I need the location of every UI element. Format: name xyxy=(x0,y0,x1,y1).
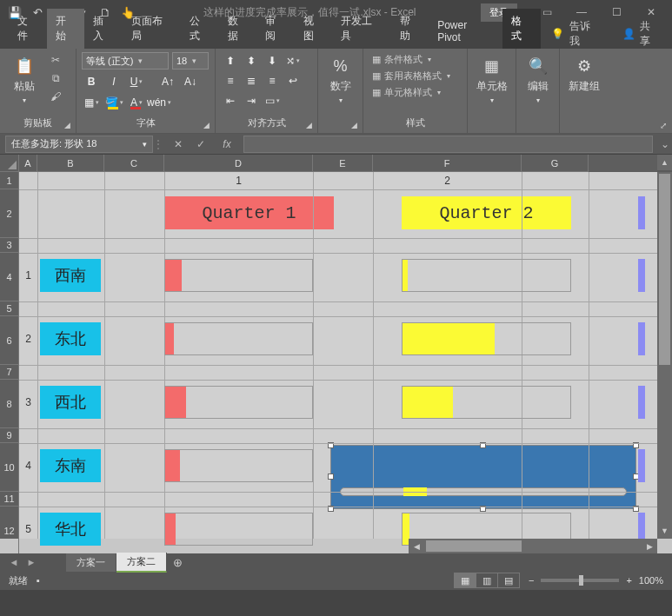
orientation-icon[interactable]: ⤭▾ xyxy=(283,52,303,70)
zoom-value[interactable]: 100% xyxy=(639,575,663,586)
font-color-button[interactable]: A▾ xyxy=(127,94,146,111)
col-header-G[interactable]: G xyxy=(522,155,589,172)
cell-styles-button[interactable]: ▦单元格样式▾ xyxy=(369,85,454,100)
page-layout-view-icon[interactable]: ▥ xyxy=(476,573,498,588)
zoom-out-icon[interactable]: − xyxy=(529,575,534,586)
wrap-text-icon[interactable]: ↩ xyxy=(283,72,303,89)
col-header-D[interactable]: D xyxy=(164,155,313,172)
name-box[interactable]: 任意多边形: 形状 18▾ xyxy=(5,136,153,153)
align-dialog-icon[interactable]: ◢ xyxy=(306,121,312,129)
underline-button[interactable]: U▾ xyxy=(127,73,146,90)
align-left-icon[interactable]: ≡ xyxy=(221,72,240,89)
copy-icon[interactable]: ⧉ xyxy=(47,70,64,86)
tab-powerpivot[interactable]: Power Pivot xyxy=(429,14,501,49)
font-size-combo[interactable]: 18▾ xyxy=(172,52,209,70)
scroll-down-icon[interactable]: ▼ xyxy=(657,523,672,539)
cancel-formula-icon[interactable]: ✕ xyxy=(167,136,190,153)
tab-data[interactable]: 数据 xyxy=(219,9,257,49)
tell-me[interactable]: 💡告诉我 xyxy=(541,19,610,49)
format-painter-icon[interactable]: 🖌 xyxy=(47,89,64,104)
row-header-2[interactable]: 2 xyxy=(0,189,19,238)
row-header-11[interactable]: 11 xyxy=(0,492,19,507)
sheet-nav-last-icon[interactable]: ► xyxy=(23,557,40,567)
zoom-slider[interactable] xyxy=(541,579,619,582)
scroll-left-icon[interactable]: ◀ xyxy=(409,539,424,553)
tab-developer[interactable]: 开发工具 xyxy=(332,9,390,49)
expand-formula-bar-icon[interactable]: ⌄ xyxy=(658,138,672,150)
conditional-formatting-button[interactable]: ▦条件格式▾ xyxy=(369,52,454,67)
tab-help[interactable]: 帮助 xyxy=(391,9,429,49)
page-break-view-icon[interactable]: ▤ xyxy=(497,573,520,588)
align-center-icon[interactable]: ≣ xyxy=(242,72,261,89)
share-button[interactable]: 👤共享 xyxy=(610,19,672,49)
tab-insert[interactable]: 插入 xyxy=(84,9,123,49)
increase-font-icon[interactable]: A↑ xyxy=(158,73,177,90)
scroll-up-icon[interactable]: ▲ xyxy=(657,155,672,170)
select-all-corner[interactable] xyxy=(0,155,19,172)
cut-icon[interactable]: ✂ xyxy=(47,52,64,68)
align-middle-icon[interactable]: ⬍ xyxy=(242,52,261,70)
sheet-nav-first-icon[interactable]: ◄ xyxy=(5,557,23,567)
clipboard-dialog-icon[interactable]: ◢ xyxy=(64,121,70,129)
horizontal-scrollbar[interactable]: ◀ ▶ xyxy=(409,539,657,553)
row-header-9[interactable]: 9 xyxy=(0,428,19,443)
phonetic-button[interactable]: wén▾ xyxy=(150,94,169,111)
font-dialog-icon[interactable]: ◢ xyxy=(203,121,210,129)
font-name-combo[interactable]: 等线 (正文)▾ xyxy=(82,52,169,70)
fx-icon[interactable]: fx xyxy=(216,136,238,153)
v-scroll-thumb[interactable] xyxy=(659,174,670,365)
row-header-12[interactable]: 12 xyxy=(0,507,19,553)
align-right-icon[interactable]: ≡ xyxy=(263,72,282,89)
border-button[interactable]: ▦▾ xyxy=(82,94,101,111)
handle-ml[interactable] xyxy=(328,474,334,480)
row-header-4[interactable]: 4 xyxy=(0,253,19,301)
tab-page-layout[interactable]: 页面布局 xyxy=(123,9,181,49)
align-top-icon[interactable]: ⬆ xyxy=(221,52,240,70)
decrease-font-icon[interactable]: A↓ xyxy=(181,73,200,90)
col-header-F[interactable]: F xyxy=(373,155,522,172)
accept-formula-icon[interactable]: ✓ xyxy=(190,136,212,153)
row-header-5[interactable]: 5 xyxy=(0,301,19,316)
scroll-right-icon[interactable]: ▶ xyxy=(642,539,657,553)
vertical-scrollbar[interactable]: ▲ ▼ xyxy=(657,155,672,539)
formula-bar[interactable] xyxy=(243,136,653,153)
selected-shape[interactable] xyxy=(330,445,636,509)
row-header-6[interactable]: 6 xyxy=(0,316,19,365)
tab-home[interactable]: 开始 xyxy=(47,9,85,49)
fill-color-button[interactable]: 🪣▾ xyxy=(104,94,123,111)
h-scroll-thumb[interactable] xyxy=(426,540,522,552)
tab-file[interactable]: 文件 xyxy=(9,9,47,49)
bold-button[interactable]: B xyxy=(82,73,101,90)
new-group-button[interactable]: ⚙新建组 xyxy=(565,52,603,97)
align-bottom-icon[interactable]: ⬇ xyxy=(263,52,282,70)
col-header-E[interactable]: E xyxy=(313,155,373,172)
row-header-8[interactable]: 8 xyxy=(0,380,19,428)
tab-review[interactable]: 审阅 xyxy=(256,9,295,49)
col-header-A[interactable]: A xyxy=(19,155,37,172)
zoom-thumb[interactable] xyxy=(579,575,583,586)
new-sheet-icon[interactable]: ⊕ xyxy=(167,556,188,569)
col-header-C[interactable]: C xyxy=(104,155,164,172)
normal-view-icon[interactable]: ▦ xyxy=(454,573,476,588)
zoom-in-icon[interactable]: + xyxy=(626,575,631,586)
number-format-button[interactable]: % 数字 ▾ xyxy=(323,52,357,108)
row-header-3[interactable]: 3 xyxy=(0,238,19,253)
sheet-tab-1[interactable]: 方案一 xyxy=(66,553,116,572)
italic-button[interactable]: I xyxy=(104,73,123,90)
tab-format[interactable]: 格式 xyxy=(502,9,541,49)
macro-record-icon[interactable]: ▪ xyxy=(37,575,40,586)
worksheet-grid[interactable]: 1 2 Quarter 1 Quarter 2 1西南2东北3西北4东南5华北 xyxy=(19,172,657,539)
format-as-table-button[interactable]: ▦套用表格格式▾ xyxy=(369,69,454,83)
tab-view[interactable]: 视图 xyxy=(295,9,333,49)
editing-button[interactable]: 🔍编辑▾ xyxy=(522,52,554,108)
decrease-indent-icon[interactable]: ⇤ xyxy=(221,92,240,109)
sheet-tab-2[interactable]: 方案二 xyxy=(116,553,167,573)
col-header-B[interactable]: B xyxy=(37,155,104,172)
row-header-1[interactable]: 1 xyxy=(0,172,19,189)
cells-button[interactable]: ▦单元格▾ xyxy=(473,52,510,108)
row-header-7[interactable]: 7 xyxy=(0,365,19,380)
row-header-10[interactable]: 10 xyxy=(0,443,19,492)
paste-button[interactable]: 📋 粘贴 ▾ xyxy=(5,52,43,108)
collapse-ribbon-icon[interactable]: ⤢ xyxy=(660,121,667,130)
increase-indent-icon[interactable]: ⇥ xyxy=(242,92,261,109)
